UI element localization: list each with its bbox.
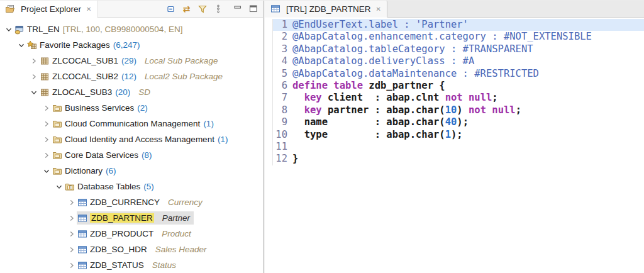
tree-item-cloud-identity-and-access-management[interactable]: Cloud Identity and Access Management(1): [0, 131, 263, 147]
chevron-right-icon[interactable]: [67, 229, 77, 239]
tree-item-body[interactable]: Favorite Packages(6,247): [26, 38, 144, 52]
code-line-10[interactable]: 10 type : abap.char(1);: [265, 129, 644, 141]
tree-item-zdb-so-hdr[interactable]: ZDB_SO_HDRSales Header: [0, 242, 263, 257]
tree-item-label: ZDB_PARTNER: [90, 213, 154, 223]
filter-icon[interactable]: [197, 4, 208, 14]
db-table-icon: [77, 260, 87, 270]
code-line-12[interactable]: 12}: [265, 153, 644, 165]
chevron-down-icon[interactable]: [4, 25, 14, 35]
tree-item-body[interactable]: ZDB_CURRENCYCurrency: [77, 196, 206, 209]
tree-item-body[interactable]: Cloud Identity and Access Management(1): [52, 133, 231, 146]
tree-item-count: (5): [143, 182, 154, 191]
code-line-content[interactable]: 10 type : abap.char(1);: [273, 129, 644, 141]
code-line-content[interactable]: 9 name : abap.char(40);: [273, 116, 644, 128]
collapse-all-icon[interactable]: [165, 4, 176, 14]
tree-item-body[interactable]: ZLOCAL_SUB3(20)SD: [39, 86, 154, 99]
current-line[interactable]: 1@EndUserText.label : 'Partner': [273, 19, 644, 31]
package-icon: [39, 56, 50, 66]
chevron-down-icon[interactable]: [16, 40, 26, 50]
view-menu-icon[interactable]: [213, 4, 223, 14]
tree-item-label: ZLCOCAL_SUB1: [52, 56, 118, 65]
code-line-content[interactable]: 7 key client : abap.clnt not null;: [273, 92, 644, 104]
chevron-right-icon[interactable]: [67, 245, 77, 255]
tree-item-body[interactable]: TRL_EN[TRL, 100, CB9980000504, EN]: [14, 23, 186, 36]
tab-editor-zdb-partner[interactable]: [TRL] ZDB_PARTNER ✕: [265, 1, 387, 18]
code-line-2[interactable]: 2@AbapCatalog.enhancement.category : #NO…: [265, 31, 644, 43]
tree-item-zdb-product[interactable]: ZDB_PRODUCTProduct: [0, 226, 263, 242]
code-line-content[interactable]: 4@AbapCatalog.deliveryClass : #A: [273, 55, 644, 67]
minimize-icon[interactable]: [232, 4, 243, 14]
tree-item-body[interactable]: Dictionary(6): [52, 164, 120, 177]
tree-item-zdb-currency[interactable]: ZDB_CURRENCYCurrency: [0, 194, 263, 210]
code-line-content[interactable]: 2@AbapCatalog.enhancement.category : #NO…: [273, 31, 644, 43]
code-line-content[interactable]: 6define table zdb_partner {: [273, 80, 644, 92]
db-table-icon: [270, 4, 280, 14]
code-line-content[interactable]: 11: [273, 141, 644, 153]
chevron-right-icon[interactable]: [67, 260, 77, 270]
code-line-3[interactable]: 3@AbapCatalog.tableCategory : #TRANSPARE…: [265, 43, 644, 55]
tree-item-body[interactable]: TDatabase Tables(5): [64, 180, 158, 193]
tree-item-description: Local Sub Package: [145, 56, 218, 65]
group-folder-icon: [52, 135, 62, 145]
chevron-right-icon[interactable]: [29, 56, 39, 66]
chevron-right-icon[interactable]: [67, 213, 77, 223]
close-icon[interactable]: ✕: [376, 6, 381, 13]
link-with-editor-icon[interactable]: ⇄: [181, 4, 192, 14]
tree-item-body[interactable]: ZLCOCAL_SUB1(29)Local Sub Package: [39, 54, 221, 67]
code-line-4[interactable]: 4@AbapCatalog.deliveryClass : #A: [265, 55, 644, 67]
tree-item-database-tables[interactable]: TDatabase Tables(5): [0, 179, 263, 194]
chevron-down-icon[interactable]: [29, 87, 39, 98]
tree-item-zlcocal-sub2[interactable]: ZLCOCAL_SUB2(12)Local2 Sub Package: [0, 69, 263, 84]
tree-item-body[interactable]: ZDB_PARTNERPartner: [77, 211, 194, 225]
code-line-content[interactable]: 5@AbapCatalog.dataMaintenance : #RESTRIC…: [273, 68, 644, 80]
line-number: 12: [273, 153, 292, 165]
group-folder-icon: [52, 166, 62, 176]
chevron-right-icon[interactable]: [42, 150, 52, 160]
annotation-ruler: [265, 92, 273, 104]
tree-item-suffix: [TRL, 100, CB9980000504, EN]: [63, 25, 183, 34]
chevron-right-icon[interactable]: [42, 119, 52, 129]
project-explorer-view: Project Explorer ✕ ⇄ TRL_EN[TRL, 100, CB…: [0, 1, 263, 273]
close-icon[interactable]: ✕: [86, 6, 91, 13]
chevron-down-icon[interactable]: [42, 166, 52, 176]
chevron-right-icon[interactable]: [42, 135, 52, 145]
tree-item-body[interactable]: Business Services(2): [52, 101, 152, 114]
code-text: @AbapCatalog.enhancement.category : #NOT…: [292, 31, 592, 43]
code-line-content[interactable]: 12}: [273, 153, 644, 165]
tree-item-favorite-packages[interactable]: Favorite Packages(6,247): [0, 37, 263, 53]
code-line-content[interactable]: 8 key partner : abap.char(10) not null;: [273, 104, 644, 116]
tree-item-body[interactable]: ZLCOCAL_SUB2(12)Local2 Sub Package: [39, 70, 226, 83]
tree-item-core-data-services[interactable]: Core Data Services(8): [0, 147, 263, 163]
code-line-8[interactable]: 8 key partner : abap.char(10) not null;: [265, 104, 644, 116]
tree-item-body[interactable]: Core Data Services(8): [52, 148, 156, 162]
code-line-7[interactable]: 7 key client : abap.clnt not null;: [265, 92, 644, 104]
chevron-right-icon[interactable]: [67, 198, 77, 208]
tree-item-zlocal-sub3[interactable]: ZLOCAL_SUB3(20)SD: [0, 84, 263, 100]
tree-item-count: (12): [121, 72, 136, 81]
tree-item-zlcocal-sub1[interactable]: ZLCOCAL_SUB1(29)Local Sub Package: [0, 53, 263, 69]
chevron-right-icon[interactable]: [42, 103, 52, 113]
tree-item-body[interactable]: Cloud Communication Management(1): [52, 117, 218, 130]
tree-item-business-services[interactable]: Business Services(2): [0, 100, 263, 116]
chevron-down-icon[interactable]: [54, 182, 64, 192]
code-line-6[interactable]: 6define table zdb_partner {: [265, 80, 644, 92]
code-editor[interactable]: 1@EndUserText.label : 'Partner'2@AbapCat…: [265, 18, 644, 273]
tree-item-body[interactable]: ZDB_STATUSStatus: [77, 259, 180, 272]
tree-item-dictionary[interactable]: Dictionary(6): [0, 163, 263, 179]
code-line-content[interactable]: 3@AbapCatalog.tableCategory : #TRANSPARE…: [273, 43, 644, 55]
tab-project-explorer[interactable]: Project Explorer ✕: [0, 1, 97, 18]
maximize-icon[interactable]: [248, 4, 258, 14]
eclipse-window: Project Explorer ✕ ⇄ TRL_EN[TRL, 100, CB…: [0, 0, 644, 273]
tree-item-body[interactable]: ZDB_SO_HDRSales Header: [77, 243, 211, 256]
annotation-ruler: [265, 68, 273, 80]
code-line-1[interactable]: 1@EndUserText.label : 'Partner': [265, 19, 644, 31]
tree-item-cloud-communication-management[interactable]: Cloud Communication Management(1): [0, 116, 263, 131]
code-line-9[interactable]: 9 name : abap.char(40);: [265, 116, 644, 128]
chevron-right-icon[interactable]: [29, 72, 39, 82]
code-line-5[interactable]: 5@AbapCatalog.dataMaintenance : #RESTRIC…: [265, 68, 644, 80]
tree-item-zdb-status[interactable]: ZDB_STATUSStatus: [0, 257, 263, 273]
tree-item-zdb-partner[interactable]: ZDB_PARTNERPartner: [0, 210, 263, 226]
tree-item-body[interactable]: ZDB_PRODUCTProduct: [77, 227, 195, 240]
tree-item-trl-en[interactable]: TRL_EN[TRL, 100, CB9980000504, EN]: [0, 21, 263, 37]
code-line-11[interactable]: 11: [265, 141, 644, 153]
